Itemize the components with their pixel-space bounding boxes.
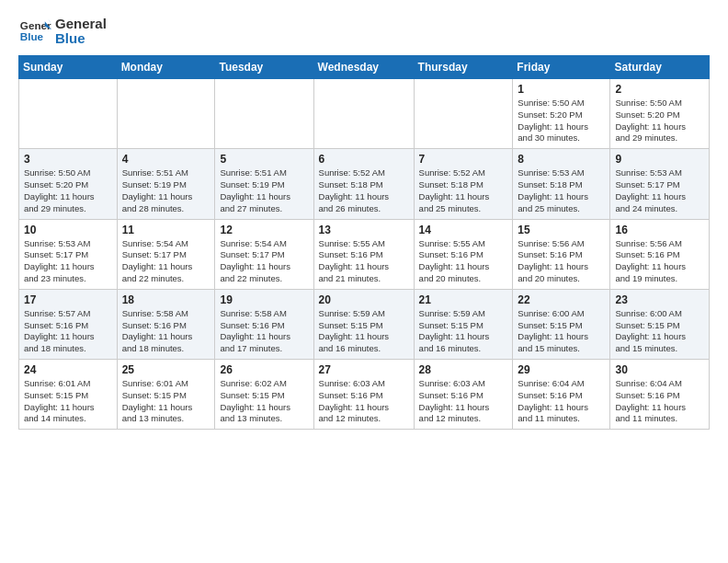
weekday-header-monday: Monday xyxy=(117,56,215,79)
day-number: 1 xyxy=(518,83,605,96)
day-number: 22 xyxy=(518,293,605,306)
day-info: Sunrise: 5:54 AMSunset: 5:17 PMDaylight:… xyxy=(122,238,210,285)
day-info: Sunrise: 6:01 AMSunset: 5:15 PMDaylight:… xyxy=(24,378,112,425)
calendar-cell: 9Sunrise: 5:53 AMSunset: 5:17 PMDaylight… xyxy=(610,149,710,219)
day-number: 12 xyxy=(220,224,308,236)
calendar-cell: 24Sunrise: 6:01 AMSunset: 5:15 PMDayligh… xyxy=(19,360,118,430)
day-number: 28 xyxy=(419,363,508,376)
logo-icon: General Blue xyxy=(18,15,51,48)
day-number: 11 xyxy=(122,224,210,236)
day-number: 23 xyxy=(615,293,704,306)
calendar-cell: 11Sunrise: 5:54 AMSunset: 5:17 PMDayligh… xyxy=(117,219,215,289)
logo: General Blue General Blue xyxy=(18,15,107,48)
calendar-cell: 26Sunrise: 6:02 AMSunset: 5:15 PMDayligh… xyxy=(215,360,313,430)
day-number: 24 xyxy=(24,363,112,376)
day-info: Sunrise: 5:58 AMSunset: 5:16 PMDaylight:… xyxy=(220,308,308,355)
weekday-header-saturday: Saturday xyxy=(610,56,710,79)
day-number: 20 xyxy=(319,293,409,306)
weekday-header-friday: Friday xyxy=(513,56,610,79)
day-info: Sunrise: 6:02 AMSunset: 5:15 PMDaylight:… xyxy=(220,378,308,425)
day-info: Sunrise: 5:52 AMSunset: 5:18 PMDaylight:… xyxy=(319,167,409,214)
calendar-cell: 27Sunrise: 6:03 AMSunset: 5:16 PMDayligh… xyxy=(313,360,414,430)
calendar-cell: 3Sunrise: 5:50 AMSunset: 5:20 PMDaylight… xyxy=(19,149,118,219)
day-number: 4 xyxy=(122,153,210,166)
day-number: 2 xyxy=(615,83,704,96)
weekday-header-sunday: Sunday xyxy=(19,56,118,79)
day-info: Sunrise: 5:59 AMSunset: 5:15 PMDaylight:… xyxy=(419,308,508,355)
weekday-header-thursday: Thursday xyxy=(414,56,513,79)
calendar-week-0: 1Sunrise: 5:50 AMSunset: 5:20 PMDaylight… xyxy=(19,79,710,149)
calendar-cell: 14Sunrise: 5:55 AMSunset: 5:16 PMDayligh… xyxy=(414,219,513,289)
day-number: 17 xyxy=(24,293,112,306)
day-info: Sunrise: 6:00 AMSunset: 5:15 PMDaylight:… xyxy=(615,308,704,355)
day-number: 5 xyxy=(220,153,308,166)
day-number: 30 xyxy=(615,363,704,376)
day-info: Sunrise: 5:52 AMSunset: 5:18 PMDaylight:… xyxy=(419,167,508,214)
calendar-cell: 25Sunrise: 6:01 AMSunset: 5:15 PMDayligh… xyxy=(117,360,215,430)
day-number: 9 xyxy=(615,153,704,166)
day-number: 6 xyxy=(319,153,409,166)
calendar-cell: 4Sunrise: 5:51 AMSunset: 5:19 PMDaylight… xyxy=(117,149,215,219)
calendar-cell: 29Sunrise: 6:04 AMSunset: 5:16 PMDayligh… xyxy=(513,360,610,430)
day-number: 19 xyxy=(220,293,308,306)
weekday-header-row: SundayMondayTuesdayWednesdayThursdayFrid… xyxy=(19,56,710,79)
day-info: Sunrise: 6:01 AMSunset: 5:15 PMDaylight:… xyxy=(122,378,210,425)
day-number: 25 xyxy=(122,363,210,376)
day-info: Sunrise: 5:53 AMSunset: 5:17 PMDaylight:… xyxy=(24,238,112,285)
day-info: Sunrise: 6:03 AMSunset: 5:16 PMDaylight:… xyxy=(419,378,508,425)
calendar-cell: 2Sunrise: 5:50 AMSunset: 5:20 PMDaylight… xyxy=(610,79,710,149)
day-info: Sunrise: 5:55 AMSunset: 5:16 PMDaylight:… xyxy=(319,238,409,285)
weekday-header-wednesday: Wednesday xyxy=(313,56,414,79)
calendar-week-3: 17Sunrise: 5:57 AMSunset: 5:16 PMDayligh… xyxy=(19,289,710,359)
svg-text:Blue: Blue xyxy=(20,30,44,42)
calendar-cell: 16Sunrise: 5:56 AMSunset: 5:16 PMDayligh… xyxy=(610,219,710,289)
day-info: Sunrise: 5:54 AMSunset: 5:17 PMDaylight:… xyxy=(220,238,308,285)
calendar-cell: 21Sunrise: 5:59 AMSunset: 5:15 PMDayligh… xyxy=(414,289,513,359)
weekday-header-tuesday: Tuesday xyxy=(215,56,313,79)
calendar-cell: 17Sunrise: 5:57 AMSunset: 5:16 PMDayligh… xyxy=(19,289,118,359)
day-number: 27 xyxy=(319,363,409,376)
calendar-cell xyxy=(117,79,215,149)
calendar-cell: 6Sunrise: 5:52 AMSunset: 5:18 PMDaylight… xyxy=(313,149,414,219)
day-number: 14 xyxy=(419,224,508,236)
logo-blue: Blue xyxy=(55,31,107,47)
calendar-cell xyxy=(19,79,118,149)
day-info: Sunrise: 6:04 AMSunset: 5:16 PMDaylight:… xyxy=(615,378,704,425)
calendar-body: 1Sunrise: 5:50 AMSunset: 5:20 PMDaylight… xyxy=(19,79,710,430)
calendar-cell: 18Sunrise: 5:58 AMSunset: 5:16 PMDayligh… xyxy=(117,289,215,359)
day-number: 13 xyxy=(319,224,409,236)
calendar-table: SundayMondayTuesdayWednesdayThursdayFrid… xyxy=(18,55,710,430)
day-info: Sunrise: 5:53 AMSunset: 5:17 PMDaylight:… xyxy=(615,167,704,214)
calendar-cell xyxy=(215,79,313,149)
day-number: 18 xyxy=(122,293,210,306)
day-info: Sunrise: 5:51 AMSunset: 5:19 PMDaylight:… xyxy=(220,167,308,214)
day-info: Sunrise: 5:57 AMSunset: 5:16 PMDaylight:… xyxy=(24,308,112,355)
day-number: 16 xyxy=(615,224,704,236)
day-info: Sunrise: 5:50 AMSunset: 5:20 PMDaylight:… xyxy=(24,167,112,214)
day-number: 26 xyxy=(220,363,308,376)
calendar-cell: 23Sunrise: 6:00 AMSunset: 5:15 PMDayligh… xyxy=(610,289,710,359)
calendar-cell: 15Sunrise: 5:56 AMSunset: 5:16 PMDayligh… xyxy=(513,219,610,289)
calendar-cell: 30Sunrise: 6:04 AMSunset: 5:16 PMDayligh… xyxy=(610,360,710,430)
day-info: Sunrise: 5:55 AMSunset: 5:16 PMDaylight:… xyxy=(419,238,508,285)
page: General Blue General Blue SundayMondayTu… xyxy=(0,0,728,444)
day-number: 10 xyxy=(24,224,112,236)
day-info: Sunrise: 5:59 AMSunset: 5:15 PMDaylight:… xyxy=(319,308,409,355)
calendar-cell xyxy=(414,79,513,149)
calendar-cell: 28Sunrise: 6:03 AMSunset: 5:16 PMDayligh… xyxy=(414,360,513,430)
day-number: 15 xyxy=(518,224,605,236)
day-info: Sunrise: 6:00 AMSunset: 5:15 PMDaylight:… xyxy=(518,308,605,355)
calendar-cell: 10Sunrise: 5:53 AMSunset: 5:17 PMDayligh… xyxy=(19,219,118,289)
day-info: Sunrise: 5:56 AMSunset: 5:16 PMDaylight:… xyxy=(615,238,704,285)
day-info: Sunrise: 6:03 AMSunset: 5:16 PMDaylight:… xyxy=(319,378,409,425)
logo-general: General xyxy=(55,17,107,32)
calendar-cell: 13Sunrise: 5:55 AMSunset: 5:16 PMDayligh… xyxy=(313,219,414,289)
day-number: 21 xyxy=(419,293,508,306)
calendar-cell: 7Sunrise: 5:52 AMSunset: 5:18 PMDaylight… xyxy=(414,149,513,219)
day-number: 29 xyxy=(518,363,605,376)
day-number: 8 xyxy=(518,153,605,166)
day-info: Sunrise: 5:56 AMSunset: 5:16 PMDaylight:… xyxy=(518,238,605,285)
calendar-week-4: 24Sunrise: 6:01 AMSunset: 5:15 PMDayligh… xyxy=(19,360,710,430)
day-info: Sunrise: 5:50 AMSunset: 5:20 PMDaylight:… xyxy=(615,98,704,144)
day-number: 3 xyxy=(24,153,112,166)
